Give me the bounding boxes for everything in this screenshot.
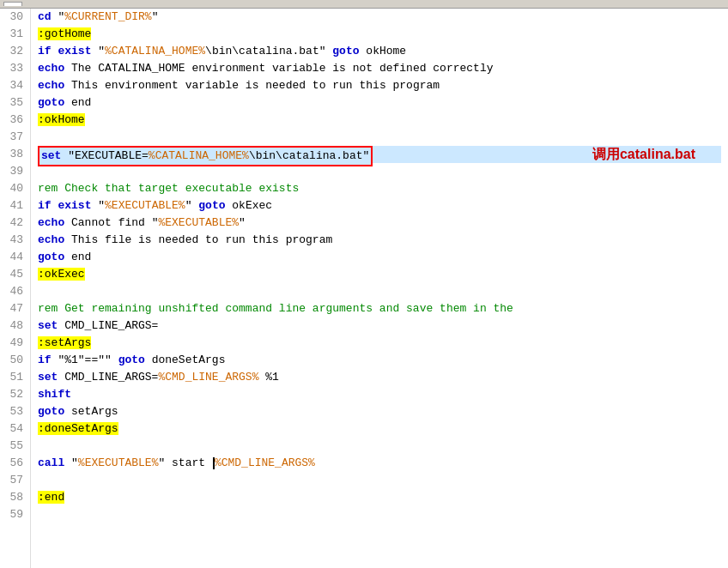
code-line: echo Cannot find "%EXECUTABLE%" [38,215,721,232]
code-line: goto end [38,94,721,112]
code-container: 3031323334353637383940414243444546474849… [0,9,728,568]
line-number: 54 [7,420,23,438]
code-line: :okHome [38,112,721,129]
code-line: :okExec [38,266,721,283]
code-line: shift [38,386,721,403]
code-line: :doneSetArgs [38,420,721,438]
line-number: 49 [7,335,23,352]
line-number: 53 [7,403,23,420]
code-line: if exist "%EXECUTABLE%" goto okExec [38,197,721,215]
line-number: 47 [7,300,23,317]
line-number: 32 [7,43,23,60]
code-line: call "%EXECUTABLE%" start %CMD_LINE_ARGS… [38,455,721,472]
line-number: 44 [7,249,23,266]
code-line: if "%1"=="" goto doneSetArgs [38,352,721,369]
line-number: 57 [7,472,23,489]
code-line [38,129,721,146]
code-line: echo This environment variable is needed… [38,77,721,94]
line-number: 56 [7,455,23,472]
line-number: 39 [7,163,23,180]
file-tab[interactable] [3,2,22,6]
code-line [38,438,721,455]
line-number: 52 [7,386,23,403]
code-line: set CMD_LINE_ARGS=%CMD_LINE_ARGS% %1 [38,369,721,386]
code-line: goto setArgs [38,403,721,420]
code-line: :end [38,489,721,506]
code-line: if exist "%CATALINA_HOME%\bin\catalina.b… [38,43,721,60]
code-line [38,283,721,300]
line-number: 41 [7,197,23,215]
line-number: 42 [7,215,23,232]
line-number: 34 [7,77,23,94]
code-line: set "EXECUTABLE=%CATALINA_HOME%\bin\cata… [38,146,721,163]
code-area[interactable]: cd "%CURRENT_DIR%":gotHomeif exist "%CAT… [31,9,728,568]
code-line [38,506,721,523]
code-line: goto end [38,249,721,266]
line-number: 58 [7,489,23,506]
code-line: set CMD_LINE_ARGS= [38,317,721,335]
code-line [38,163,721,180]
line-number: 30 [7,9,23,26]
code-line: :setArgs [38,335,721,352]
code-line: echo This file is needed to run this pro… [38,232,721,249]
code-line: :gotHome [38,26,721,43]
line-number: 51 [7,369,23,386]
line-number: 45 [7,266,23,283]
code-line [38,472,721,489]
line-number: 59 [7,506,23,523]
line-number: 40 [7,180,23,197]
line-number: 48 [7,317,23,335]
line-number: 31 [7,26,23,43]
code-line: rem Check that target executable exists [38,180,721,197]
code-line: echo The CATALINA_HOME environment varia… [38,60,721,77]
code-line: rem Get remaining unshifted command line… [38,300,721,317]
code-line: cd "%CURRENT_DIR%" [38,9,721,26]
line-numbers: 3031323334353637383940414243444546474849… [0,9,31,568]
line-number: 37 [7,129,23,146]
line-number: 50 [7,352,23,369]
line-number: 33 [7,60,23,77]
line-number: 43 [7,232,23,249]
line-number: 55 [7,438,23,455]
annotation-label: 调用catalina.bat [592,146,695,163]
editor-window: 3031323334353637383940414243444546474849… [0,0,728,568]
title-bar [0,0,728,9]
line-number: 36 [7,112,23,129]
line-number: 35 [7,94,23,112]
line-number: 38 [7,146,23,163]
line-number: 46 [7,283,23,300]
